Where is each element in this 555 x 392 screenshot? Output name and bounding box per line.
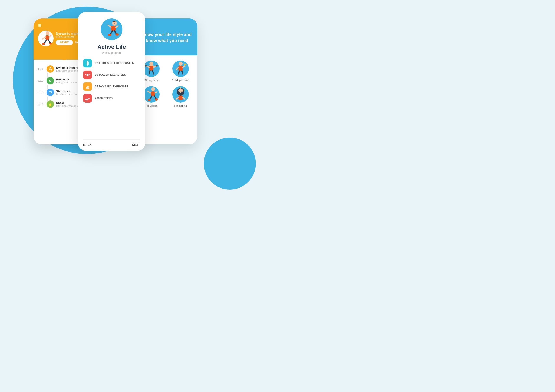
fresh-mind-label: Fresh mind (174, 104, 187, 107)
power-icon (83, 71, 92, 79)
svg-point-48 (151, 87, 155, 91)
active-life-inner: Active Life weekly program 12 LITRES OF … (78, 12, 145, 151)
svg-line-51 (155, 92, 157, 93)
background-circle-small (204, 138, 256, 190)
svg-point-37 (156, 65, 158, 67)
avatar (38, 30, 54, 46)
program-fresh-mind: Fresh mind (168, 86, 193, 107)
strong-back-icon (143, 60, 160, 77)
active-life-icon (143, 86, 160, 103)
active-life-subtitle: weekly program (102, 51, 122, 54)
schedule-icon-work (47, 89, 54, 96)
header-tab-decoration (60, 56, 69, 60)
svg-rect-33 (149, 66, 153, 71)
back-button[interactable]: BACK (83, 143, 92, 147)
svg-rect-24 (87, 61, 89, 66)
time-label-work: 10:00 (37, 91, 44, 94)
svg-point-59 (181, 89, 182, 90)
svg-point-31 (88, 98, 90, 100)
dynamic-label: 25 DYNAMIC EXERCISES (95, 85, 129, 88)
phone-active-life: Active Life weekly program 12 LITRES OF … (78, 12, 145, 151)
svg-point-57 (178, 88, 183, 93)
schedule-icon-snack (47, 100, 54, 108)
water-icon (83, 59, 92, 67)
svg-rect-25 (85, 74, 86, 75)
svg-line-2 (42, 37, 45, 39)
steps-icon (83, 94, 92, 103)
water-label: 12 LITRES OF FRESH WATER (95, 62, 134, 65)
stat-power: 10 POWER EXERCISES (83, 71, 140, 79)
runner-avatar (101, 18, 123, 40)
svg-point-55 (155, 98, 158, 101)
svg-point-22 (115, 33, 119, 36)
svg-rect-44 (184, 64, 184, 67)
svg-point-10 (50, 80, 51, 81)
time-label-breakfast: 09:00 (37, 79, 44, 82)
programs-header-text: I know your life style and I know what y… (140, 31, 192, 44)
power-label: 10 POWER EXERCISES (95, 73, 126, 76)
svg-rect-12 (49, 92, 51, 93)
program-antidepressant: Antidepressant (168, 60, 193, 82)
svg-line-17 (108, 25, 111, 27)
schedule-icon-breakfast (47, 77, 54, 84)
phone2-footer: BACK NEXT (83, 140, 140, 147)
svg-rect-49 (151, 91, 155, 96)
svg-rect-1 (45, 35, 49, 40)
antidepressant-icon (172, 60, 189, 77)
svg-line-39 (153, 71, 153, 74)
stat-dynamic: 25 DYNAMIC EXERCISES (83, 82, 140, 91)
svg-marker-45 (184, 64, 187, 65)
svg-point-7 (49, 43, 52, 45)
fresh-mind-icon (172, 86, 189, 103)
svg-point-58 (180, 89, 180, 90)
schedule-icon-training (47, 65, 54, 73)
stat-water: 12 LITRES OF FRESH WATER (83, 59, 140, 67)
stat-steps: 40000 STEPS (83, 94, 140, 103)
svg-line-52 (150, 96, 152, 100)
svg-rect-63 (178, 96, 183, 100)
svg-point-32 (149, 62, 153, 66)
svg-line-61 (183, 88, 184, 89)
active-life-label: Active life (146, 104, 157, 107)
svg-point-54 (148, 99, 151, 101)
svg-rect-28 (87, 74, 88, 76)
runner-figure-svg (39, 31, 52, 46)
svg-line-50 (148, 91, 151, 93)
svg-rect-41 (178, 66, 183, 71)
dynamic-icon (83, 82, 92, 91)
next-button[interactable]: NEXT (132, 143, 140, 147)
svg-line-3 (49, 35, 51, 37)
svg-point-8 (50, 67, 51, 68)
svg-line-43 (183, 66, 185, 67)
strong-back-label: Strong back (144, 79, 158, 82)
svg-point-30 (85, 99, 88, 100)
svg-line-18 (116, 26, 118, 28)
stats-list: 12 LITRES OF FRESH WATER 10 POWER EXERCI… (83, 59, 140, 103)
start-button[interactable]: START (56, 40, 73, 45)
svg-point-40 (179, 62, 183, 66)
svg-point-6 (42, 43, 45, 45)
active-life-title: Active Life (97, 44, 126, 50)
svg-line-4 (44, 40, 46, 44)
antidepressant-label: Antidepressant (172, 79, 189, 82)
svg-point-21 (108, 34, 111, 36)
svg-point-13 (49, 104, 51, 106)
steps-label: 40000 STEPS (95, 97, 113, 100)
svg-line-42 (176, 67, 178, 70)
svg-point-0 (45, 31, 49, 35)
svg-line-47 (182, 71, 183, 74)
time-label-snack: 12:00 (37, 103, 44, 105)
svg-line-38 (149, 71, 150, 74)
svg-line-64 (176, 97, 178, 99)
svg-rect-16 (111, 26, 116, 31)
svg-line-65 (183, 97, 185, 99)
svg-rect-26 (89, 74, 90, 75)
time-label: 08:20 (37, 68, 44, 70)
svg-line-46 (178, 71, 179, 74)
